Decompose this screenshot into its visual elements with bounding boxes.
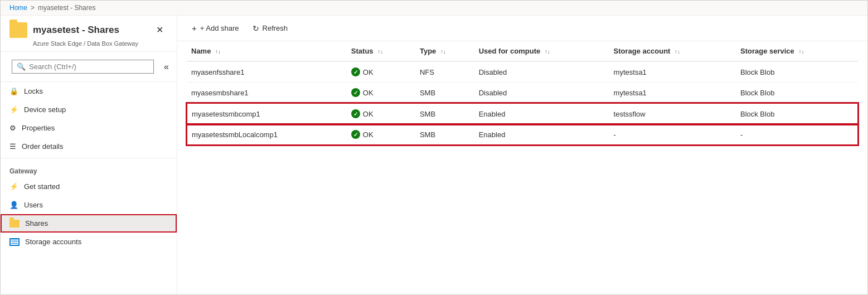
refresh-button[interactable]: ↻ Refresh (247, 21, 294, 36)
order-icon: ☰ (9, 142, 16, 151)
sidebar-item-label: Device setup (24, 105, 66, 114)
collapse-sidebar-button[interactable]: « (161, 62, 172, 72)
gateway-section-label: Gateway (1, 161, 177, 177)
sidebar-item-label: Get started (24, 182, 60, 191)
cell-status: OK (347, 103, 415, 124)
breadcrumb-home[interactable]: Home (9, 4, 27, 12)
sort-icon-storage-account: ↑↓ (675, 49, 680, 55)
add-share-button[interactable]: + + Add share (186, 20, 245, 36)
cell-status: OK (347, 83, 415, 104)
shares-table: Name ↑↓ Status ↑↓ Type ↑↓ (186, 41, 859, 146)
properties-icon: ⚙ (9, 124, 16, 132)
shares-table-container: Name ↑↓ Status ↑↓ Type ↑↓ (177, 41, 867, 294)
sidebar-item-label: Order details (22, 142, 63, 151)
sidebar-item-label: Storage accounts (25, 238, 81, 246)
sidebar-title-area: myasetest - Shares (9, 22, 119, 38)
sort-icon-name: ↑↓ (215, 49, 221, 55)
table-row[interactable]: myasetestsmbcomp1OKSMBEnabledtestssflowB… (187, 103, 858, 124)
cell-compute: Disabled (474, 61, 609, 83)
sort-icon-type: ↑↓ (440, 49, 446, 55)
cell-storage-account: mytestsa1 (609, 61, 736, 83)
col-type[interactable]: Type ↑↓ (415, 41, 474, 61)
sidebar-item-label: Locks (24, 87, 43, 95)
sidebar-item-get-started[interactable]: ⚡ Get started (1, 177, 177, 196)
refresh-label: Refresh (263, 24, 288, 32)
sidebar: myasetest - Shares ✕ Azure Stack Edge / … (1, 16, 177, 294)
lock-icon: 🔒 (9, 87, 18, 95)
cell-type: NFS (415, 61, 474, 83)
search-icon: 🔍 (17, 62, 26, 71)
content-area: + + Add share ↻ Refresh Name ↑↓ (177, 16, 867, 294)
sidebar-header: myasetest - Shares ✕ Azure Stack Edge / … (1, 16, 177, 52)
col-status[interactable]: Status ↑↓ (347, 41, 415, 61)
sidebar-item-label: Shares (25, 219, 48, 228)
nav-separator (1, 158, 177, 158)
sidebar-item-label: Users (24, 201, 43, 209)
users-icon: 👤 (9, 201, 18, 209)
toolbar: + + Add share ↻ Refresh (177, 16, 867, 41)
cell-type: SMB (415, 124, 474, 146)
status-text: OK (363, 130, 374, 139)
cell-status: OK (347, 61, 415, 83)
add-icon: + (192, 23, 197, 33)
status-ok-icon (351, 109, 360, 118)
sort-icon-storage-service: ↑↓ (798, 49, 804, 55)
cell-compute: Enabled (474, 124, 609, 146)
sidebar-item-storage-accounts[interactable]: Storage accounts (1, 233, 177, 251)
cell-storage-account: - (609, 124, 736, 146)
table-row[interactable]: myasesmbshare1OKSMBDisabledmytestsa1Bloc… (187, 83, 858, 104)
sidebar-item-label: Properties (22, 124, 55, 132)
sidebar-subtitle: Azure Stack Edge / Data Box Gateway (33, 40, 168, 47)
cell-type: SMB (415, 83, 474, 104)
sidebar-item-users[interactable]: 👤 Users (1, 196, 177, 214)
sort-icon-status: ↑↓ (377, 49, 383, 55)
refresh-icon: ↻ (253, 24, 259, 33)
sidebar-item-properties[interactable]: ⚙ Properties (1, 119, 177, 137)
page-title: myasetest - Shares (33, 25, 119, 36)
table-row[interactable]: myasetestsmbLocalcomp1OKSMBEnabled-- (187, 124, 858, 146)
cell-name: myasesmbshare1 (187, 83, 347, 104)
breadcrumb: Home > myasetest - Shares (1, 1, 867, 16)
get-started-icon: ⚡ (9, 182, 18, 191)
status-text: OK (363, 110, 374, 118)
col-storage-account[interactable]: Storage account ↑↓ (609, 41, 736, 61)
sidebar-item-shares[interactable]: Shares (1, 214, 177, 233)
sidebar-nav: 🔒 Locks ⚡ Device setup ⚙ Properties ☰ Or… (1, 82, 177, 294)
cell-name: myasetestsmbLocalcomp1 (187, 124, 347, 146)
sidebar-item-locks[interactable]: 🔒 Locks (1, 82, 177, 100)
col-compute[interactable]: Used for compute ↑↓ (474, 41, 609, 61)
search-input[interactable] (29, 62, 149, 71)
table-header-row: Name ↑↓ Status ↑↓ Type ↑↓ (187, 41, 858, 61)
cell-name: myasetestsmbcomp1 (187, 103, 347, 124)
cell-name: myasenfsshare1 (187, 61, 347, 83)
sort-icon-compute: ↑↓ (545, 49, 550, 55)
table-body: myasenfsshare1OKNFSDisabledmytestsa1Bloc… (187, 61, 858, 145)
cell-type: SMB (415, 103, 474, 124)
status-ok-icon (351, 88, 360, 97)
device-icon: ⚡ (9, 105, 18, 114)
cell-storage-service: Block Blob (736, 83, 858, 104)
cell-status: OK (347, 124, 415, 146)
breadcrumb-sep: > (31, 4, 35, 12)
col-storage-service[interactable]: Storage service ↑↓ (736, 41, 858, 61)
search-box: 🔍 (12, 60, 154, 74)
cell-compute: Enabled (474, 103, 609, 124)
status-text: OK (363, 89, 374, 97)
breadcrumb-current: myasetest - Shares (38, 4, 95, 12)
close-button[interactable]: ✕ (152, 22, 168, 37)
add-share-label: + Add share (200, 24, 239, 32)
cell-compute: Disabled (474, 83, 609, 104)
cell-storage-account: mytestsa1 (609, 83, 736, 104)
table-row[interactable]: myasenfsshare1OKNFSDisabledmytestsa1Bloc… (187, 61, 858, 83)
shares-icon (9, 220, 20, 228)
cell-storage-service: Block Blob (736, 103, 858, 124)
sidebar-item-order-details[interactable]: ☰ Order details (1, 137, 177, 156)
sidebar-item-device-setup[interactable]: ⚡ Device setup (1, 100, 177, 119)
storage-icon (9, 238, 20, 246)
cell-storage-service: - (736, 124, 858, 146)
col-name[interactable]: Name ↑↓ (187, 41, 347, 61)
cell-storage-service: Block Blob (736, 61, 858, 83)
folder-icon (9, 22, 27, 38)
status-ok-icon (351, 130, 360, 139)
cell-storage-account: testssflow (609, 103, 736, 124)
